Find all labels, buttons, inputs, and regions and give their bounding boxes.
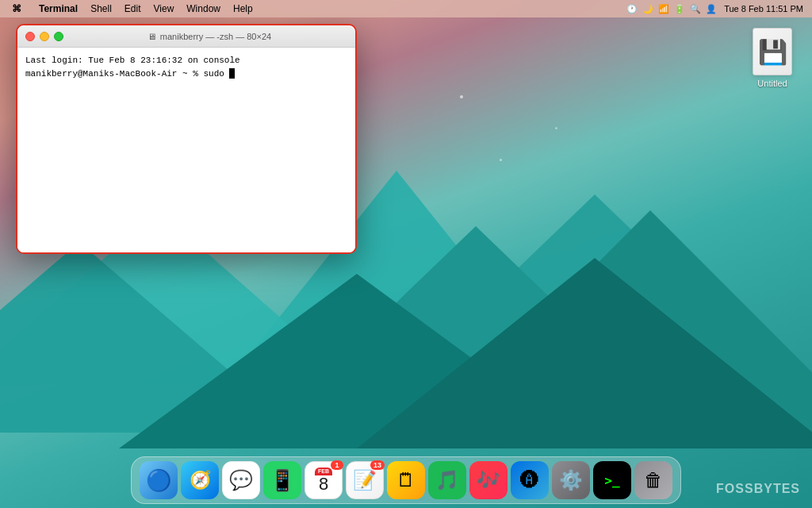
desktop-icon-label: Untitled	[757, 79, 787, 88]
safari-icon: 🧭	[190, 470, 211, 491]
dock-item-spotify[interactable]: 🎵	[428, 461, 466, 499]
desktop: ⌘ Terminal Shell Edit View Window Help 🕐…	[0, 0, 812, 508]
clock-icon: 🕐	[626, 4, 638, 14]
moon-icon: 🌙	[642, 4, 653, 14]
fossbytes-watermark: FOSSBYTES	[716, 482, 800, 496]
menubar-help[interactable]: Help	[228, 0, 259, 17]
trash-icon: 🗑	[644, 469, 663, 491]
dock-item-terminal[interactable]: >_	[593, 461, 631, 499]
dot-decoration	[555, 127, 557, 129]
drive-icon: 💾	[758, 38, 787, 66]
terminal-titlebar: 🖥 manikberry — -zsh — 80×24	[17, 25, 355, 48]
textedit-badge: 13	[370, 460, 385, 470]
terminal-title-icon: 🖥	[147, 32, 156, 41]
finder-icon: 🔵	[146, 468, 171, 493]
search-icon[interactable]: 🔍	[690, 4, 701, 14]
dock-item-whatsapp[interactable]: 📱	[263, 461, 301, 499]
terminal-line-2: manikberry@Maniks-MacBook-Air ~ % sudo	[25, 67, 347, 81]
dock-item-system-preferences[interactable]: ⚙️	[552, 461, 590, 499]
preferences-icon: ⚙️	[559, 469, 583, 491]
desktop-icon-untitled[interactable]: 💾 Untitled	[745, 28, 800, 88]
menubar-edit[interactable]: Edit	[119, 0, 147, 17]
terminal-line-1: Last login: Tue Feb 8 23:16:32 on consol…	[25, 54, 347, 67]
terminal-icon: >_	[604, 473, 619, 488]
minimize-button[interactable]	[40, 32, 49, 41]
datetime: Tue 8 Feb 11:51 PM	[722, 4, 806, 13]
dock-item-notes[interactable]: 🗒	[387, 461, 425, 499]
traffic-lights	[25, 32, 63, 41]
dock-item-finder[interactable]: 🔵	[140, 461, 178, 499]
appstore-icon: 🅐	[520, 469, 539, 491]
dock-item-appstore[interactable]: 🅐	[511, 461, 549, 499]
dock-item-music[interactable]: 🎶	[469, 461, 508, 499]
music-icon: 🎶	[477, 469, 500, 491]
battery-icon: 🔋	[674, 4, 685, 14]
dot-decoration	[460, 95, 463, 98]
textedit-icon: 📝	[353, 469, 377, 491]
terminal-cursor	[229, 68, 235, 79]
whatsapp-icon: 📱	[270, 468, 295, 493]
user-icon: 👤	[706, 4, 717, 14]
menubar-shell[interactable]: Shell	[85, 0, 117, 17]
desktop-icon-image: 💾	[753, 28, 792, 75]
menubar-right: 🕐 🌙 📶 🔋 🔍 👤 Tue 8 Feb 11:51 PM	[626, 4, 806, 14]
calendar-badge: 1	[331, 460, 343, 470]
apple-menu[interactable]: ⌘	[6, 0, 27, 17]
spotify-icon: 🎵	[435, 469, 459, 491]
dock-item-safari[interactable]: 🧭	[181, 461, 219, 499]
close-button[interactable]	[25, 32, 35, 41]
menubar: ⌘ Terminal Shell Edit View Window Help 🕐…	[0, 0, 812, 17]
menubar-view[interactable]: View	[148, 0, 180, 17]
maximize-button[interactable]	[54, 32, 63, 41]
dock-item-calendar[interactable]: FEB 8 1	[304, 461, 343, 499]
terminal-title-text: manikberry — -zsh — 80×24	[160, 32, 271, 41]
slack-icon: 💬	[229, 469, 253, 491]
dock-item-trash[interactable]: 🗑	[634, 461, 672, 499]
terminal-title: 🖥 manikberry — -zsh — 80×24	[71, 32, 347, 41]
terminal-content[interactable]: Last login: Tue Feb 8 23:16:32 on consol…	[17, 48, 355, 252]
menubar-left: ⌘ Terminal Shell Edit View Window Help	[6, 0, 259, 17]
wifi-icon: 📶	[658, 4, 669, 14]
calendar-icon: FEB 8	[315, 468, 332, 493]
dock-item-slack[interactable]: 💬	[222, 461, 260, 499]
menubar-app-name[interactable]: Terminal	[33, 0, 83, 17]
notes-icon: 🗒	[396, 469, 416, 491]
dock-item-textedit[interactable]: 📝 13	[346, 461, 384, 499]
menubar-window[interactable]: Window	[181, 0, 226, 17]
dock: 🔵 🧭 💬 📱 FEB 8 1 📝 13 🗒	[131, 456, 681, 504]
terminal-window[interactable]: 🖥 manikberry — -zsh — 80×24 Last login: …	[16, 24, 357, 254]
dot-decoration	[500, 159, 502, 161]
